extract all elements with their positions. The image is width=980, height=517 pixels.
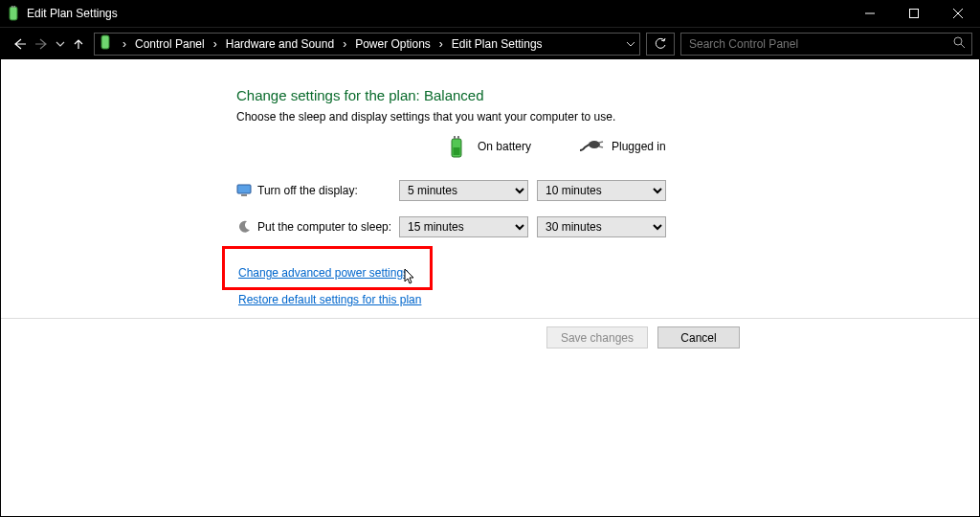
breadcrumb[interactable]: Power Options <box>355 37 431 51</box>
window-titlebar: Edit Plan Settings <box>0 0 980 27</box>
minimize-button[interactable] <box>848 0 892 27</box>
page-heading: Change settings for the plan: Balanced <box>236 87 484 103</box>
breadcrumb[interactable]: Edit Plan Settings <box>452 37 543 51</box>
control-panel-icon <box>99 34 114 53</box>
svg-rect-1 <box>11 6 13 8</box>
chevron-down-icon[interactable] <box>626 37 635 51</box>
column-header-plugged: Plugged in <box>612 140 666 153</box>
row-display-label: Turn off the display: <box>236 181 399 200</box>
back-button[interactable] <box>8 31 31 57</box>
breadcrumb[interactable]: Hardware and Sound <box>226 37 334 51</box>
display-icon <box>236 183 252 198</box>
refresh-button[interactable] <box>646 33 675 56</box>
row-sleep-label: Put the computer to sleep: <box>236 217 399 236</box>
svg-rect-4 <box>910 10 919 18</box>
footer-bar: Save changes Cancel <box>1 318 979 356</box>
row-label: Put the computer to sleep: <box>257 220 391 234</box>
restore-defaults-link[interactable]: Restore default settings for this plan <box>238 293 421 306</box>
svg-rect-7 <box>101 35 109 49</box>
svg-rect-18 <box>241 194 247 196</box>
up-button[interactable] <box>67 31 90 57</box>
address-bar[interactable]: › Control Panel › Hardware and Sound › P… <box>94 33 640 56</box>
display-battery-select[interactable]: 5 minutes <box>399 180 528 201</box>
search-icon[interactable] <box>952 35 966 52</box>
svg-point-8 <box>954 37 962 45</box>
page-description: Choose the sleep and display settings th… <box>236 110 615 124</box>
svg-rect-13 <box>454 147 460 155</box>
svg-rect-17 <box>237 185 251 193</box>
display-plugged-select[interactable]: 10 minutes <box>537 180 666 201</box>
svg-point-14 <box>589 141 600 148</box>
cancel-button[interactable]: Cancel <box>657 326 740 348</box>
window-title: Edit Plan Settings <box>27 7 118 20</box>
chevron-right-icon[interactable]: › <box>338 37 351 51</box>
svg-rect-0 <box>10 7 17 20</box>
close-button[interactable] <box>936 0 980 27</box>
search-box[interactable] <box>680 33 972 56</box>
svg-line-16 <box>599 146 603 147</box>
sleep-icon <box>236 219 252 235</box>
recent-dropdown[interactable] <box>54 31 67 57</box>
svg-rect-12 <box>457 136 459 139</box>
chevron-right-icon[interactable]: › <box>434 37 448 51</box>
content-area: Change settings for the plan: Balanced C… <box>0 59 980 517</box>
search-input[interactable] <box>687 36 952 52</box>
svg-line-9 <box>961 44 965 48</box>
svg-rect-11 <box>454 136 456 139</box>
chevron-right-icon[interactable]: › <box>118 37 131 51</box>
battery-icon <box>447 136 466 159</box>
chevron-right-icon[interactable]: › <box>209 37 222 51</box>
breadcrumb[interactable]: Control Panel <box>135 37 205 51</box>
plug-icon <box>579 140 604 153</box>
sleep-battery-select[interactable]: 15 minutes <box>399 216 528 237</box>
navigation-bar: › Control Panel › Hardware and Sound › P… <box>0 27 980 59</box>
save-button[interactable]: Save changes <box>546 326 648 348</box>
maximize-button[interactable] <box>892 0 936 27</box>
svg-rect-2 <box>14 6 16 8</box>
svg-line-15 <box>599 142 603 143</box>
advanced-settings-link[interactable]: Change advanced power settings <box>238 266 409 280</box>
forward-button[interactable] <box>31 31 54 57</box>
row-label: Turn off the display: <box>257 184 358 197</box>
sleep-plugged-select[interactable]: 30 minutes <box>537 216 666 237</box>
app-icon <box>6 6 21 21</box>
column-header-battery: On battery <box>478 140 531 153</box>
